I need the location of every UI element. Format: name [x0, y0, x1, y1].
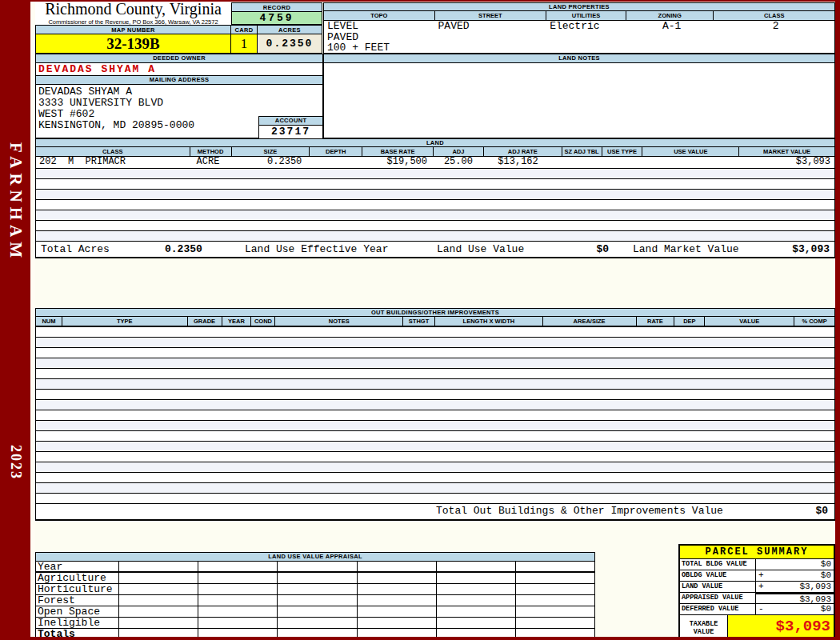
land-properties-column-zoning: ZONING [626, 11, 714, 20]
table-cell: $19,500 [362, 157, 434, 168]
out-buildings-header-row: NUMTYPEGRADEYEARCONDNOTESSTHGTLENGTH X W… [36, 317, 834, 326]
empty-table-row [36, 368, 834, 378]
land-notes-content [324, 63, 834, 138]
account-label: ACCOUNT [259, 117, 322, 126]
record-box: RECORD 4759 [231, 2, 322, 25]
parcel-summary-row: OBLDG VALUE+$0 [680, 570, 834, 582]
parcel-summary-amount: $0 [821, 604, 831, 614]
bottom-frame-bar [0, 637, 840, 640]
parcel-summary-row-label: OBLDG VALUE [680, 570, 756, 581]
land-use-effective-year-label: Land Use Effective Year [245, 242, 437, 257]
empty-table-row [36, 399, 834, 410]
out-buildings-table: OUT BUILDINGS/OTHER IMPROVEMENTS NUMTYPE… [35, 308, 835, 521]
land-totals-row: Total Acres 0.2350 Land Use Effective Ye… [36, 241, 834, 257]
table-cell [643, 157, 740, 168]
land-properties-extra-line: 100 + FEET [324, 42, 834, 53]
appraisal-row: Horticulture [36, 584, 594, 595]
column-header: VALUE [705, 317, 794, 326]
property-record-card: FARNHAM 2023 Richmond County, Virginia C… [0, 0, 840, 640]
appraisal-row-label: Year [36, 562, 119, 571]
appraisal-title: LAND USE VALUE APPRAISAL [36, 553, 594, 562]
appraisal-cell [278, 562, 357, 571]
appraisal-cell [198, 573, 278, 583]
appraisal-cell [516, 584, 594, 594]
empty-table-row [36, 462, 834, 472]
parcel-summary-row: APPRAISED VALUE$3,093 [680, 593, 834, 604]
empty-table-row [36, 441, 834, 451]
land-notes-panel: LAND NOTES [323, 54, 835, 138]
table-cell: ACRE [190, 157, 232, 168]
column-header: YEAR [222, 317, 252, 326]
table-cell: 0.2350 [232, 157, 310, 168]
column-header: NUM [36, 317, 62, 326]
parcel-summary-operator: + [758, 570, 764, 581]
column-header: LENGTH X WIDTH [435, 317, 543, 326]
out-buildings-total-row: Total Out Buildings & Other Improvements… [36, 503, 834, 519]
land-use-value-label: Land Use Value [437, 242, 569, 257]
parcel-summary-row-label: APPRAISED VALUE [680, 593, 756, 603]
mailing-address-line: DEVADAS SHYAM A [38, 86, 322, 98]
appraisal-row: Agriculture [36, 573, 594, 584]
table-cell: $13,162 [484, 157, 562, 168]
appraisal-cell [198, 606, 278, 617]
land-properties-column-topo: TOPO [324, 11, 435, 20]
appraisal-cell [198, 562, 278, 571]
land-market-value-label: Land Market Value [633, 242, 777, 257]
county-title: Richmond County, Virginia [35, 0, 231, 18]
appraisal-cell [358, 584, 437, 594]
land-market-value: $3,093 [777, 242, 834, 257]
appraisal-cell [278, 618, 357, 628]
column-header: RATE [637, 317, 675, 326]
appraisal-cell [437, 618, 516, 628]
column-header: TYPE [62, 317, 188, 326]
appraisal-cell [437, 562, 516, 571]
parcel-summary-row-value: +$0 [756, 570, 834, 581]
empty-table-row [36, 482, 834, 493]
parcel-summary-row-value: $0 [756, 559, 834, 570]
empty-table-row [36, 451, 834, 462]
total-acres-value: 0.2350 [165, 242, 245, 257]
empty-table-row [36, 230, 834, 241]
parcel-summary-title: PARCEL SUMMARY [680, 546, 834, 559]
appraisal-cell [278, 595, 357, 606]
land-table-title: LAND [36, 139, 834, 147]
appraisal-row: Open Space [36, 606, 594, 618]
column-header: DEP [674, 317, 705, 326]
parcel-summary-row-label: DEFERRED VALUE [680, 604, 756, 614]
empty-table-row [36, 358, 834, 368]
column-header: USE TYPE [602, 147, 643, 156]
appraisal-cell [516, 595, 594, 606]
land-properties-title: LAND PROPERTIES [324, 3, 834, 11]
appraisal-row: Year [36, 562, 594, 573]
empty-table-row [36, 420, 834, 430]
appraisal-cell [437, 595, 516, 606]
empty-table-row [36, 210, 834, 220]
appraisal-cell [119, 595, 198, 606]
land-properties-column-street: STREET [435, 11, 547, 20]
land-table: LAND CLASSMETHODSIZEDEPTHBASE RATEADJADJ… [35, 138, 835, 258]
table-cell [602, 157, 643, 168]
table-cell [310, 157, 362, 168]
land-notes-title: LAND NOTES [324, 54, 834, 63]
acres-value: 0.2350 [257, 34, 322, 54]
land-properties-column-utilities: UTILITIES [546, 11, 626, 20]
record-value: 4759 [231, 12, 322, 25]
land-properties-header-row: TOPOSTREETUTILITIESZONINGCLASS [324, 11, 834, 21]
county-header: Richmond County, Virginia Commissioner o… [35, 0, 231, 25]
empty-table-row [36, 178, 834, 189]
land-table-header-row: CLASSMETHODSIZEDEPTHBASE RATEADJADJ RATE… [36, 147, 834, 157]
deeded-owner-label: DEEDED OWNER [36, 54, 322, 63]
parcel-summary-operator: + [758, 582, 764, 592]
table-cell [562, 157, 602, 168]
empty-table-row [36, 410, 834, 420]
appraisal-cell [119, 562, 198, 571]
appraisal-row-label: Forest [36, 595, 119, 606]
land-use-value: $0 [569, 242, 609, 257]
column-header: SZ ADJ TBL [562, 147, 602, 156]
column-header: COND [251, 317, 275, 326]
land-properties-value: PAVED [435, 21, 547, 32]
appraisal-cell [516, 606, 594, 617]
left-frame-bar [0, 0, 30, 640]
parcel-summary-amount: $3,093 [799, 594, 831, 603]
appraisal-row-label: Open Space [36, 606, 119, 617]
